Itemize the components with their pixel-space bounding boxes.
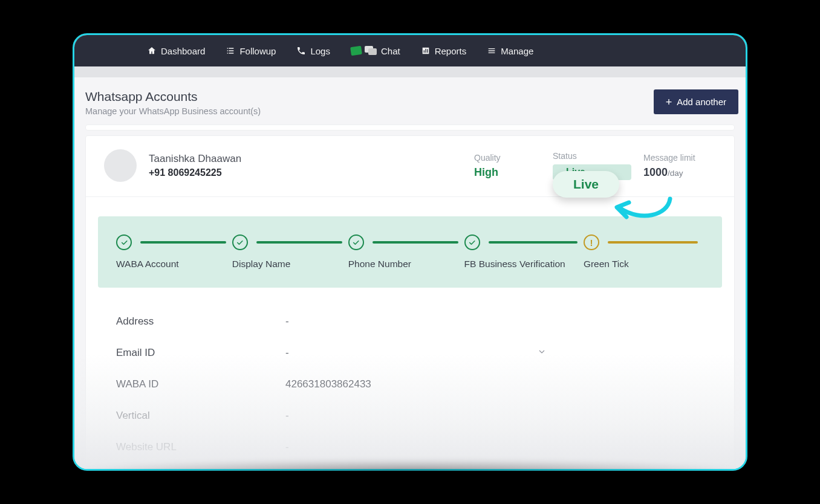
message-limit-label: Message limit: [643, 153, 710, 163]
step-display-name: Display Name: [232, 259, 348, 270]
new-badge-icon: [350, 46, 362, 56]
email-value: -: [285, 347, 289, 359]
nav-reports-label: Reports: [435, 46, 467, 56]
nav-followup-label: Followup: [239, 46, 276, 56]
detail-row-address: Address -: [116, 306, 704, 337]
email-label: Email ID: [116, 347, 285, 359]
annotation-arrow-icon: [612, 195, 678, 231]
step-connector: [140, 241, 226, 244]
waba-id-label: WABA ID: [116, 378, 285, 390]
vertical-label: Vertical: [116, 410, 285, 422]
home-icon: [147, 46, 157, 56]
account-header: Taanishka Dhaawan +91 8069245225 Quality…: [86, 136, 734, 197]
detail-row-email: Email ID -: [116, 337, 704, 369]
quality-label: Quality: [474, 153, 541, 163]
page-header: Whatsapp Accounts Manage your WhatsApp B…: [74, 77, 746, 124]
address-value: -: [285, 315, 289, 328]
status-label: Status: [553, 151, 631, 161]
chart-icon: [421, 46, 431, 56]
chevron-down-icon[interactable]: [537, 347, 547, 359]
phone-icon: [296, 46, 306, 56]
account-details: Address - Email ID - WABA ID 42663180386…: [86, 288, 734, 463]
list-icon: [226, 46, 235, 56]
check-circle-icon: [232, 234, 248, 250]
message-limit-stat: Message limit 1000/day: [643, 153, 710, 179]
status-callout: Live: [553, 171, 619, 198]
waba-id-value: 426631803862433: [285, 378, 371, 390]
website-label: Website URL: [116, 441, 285, 453]
detail-row-waba-id: WABA ID 426631803862433: [116, 369, 704, 400]
top-nav: Dashboard Followup Logs Chat Reports: [74, 35, 746, 66]
nav-chat-label: Chat: [381, 46, 400, 56]
nav-reports[interactable]: Reports: [421, 46, 467, 56]
quality-value: High: [474, 166, 541, 179]
message-limit-unit: /day: [668, 169, 683, 178]
step-connector: [373, 241, 458, 244]
address-label: Address: [116, 315, 285, 328]
quality-stat: Quality High: [474, 153, 541, 179]
account-phone: +91 8069245225: [149, 167, 241, 178]
detail-row-vertical: Vertical -: [116, 400, 704, 431]
step-phone-number: Phone Number: [348, 259, 464, 270]
nav-dashboard[interactable]: Dashboard: [147, 46, 205, 56]
step-fb-verification: FB Business Verification: [464, 259, 584, 270]
check-circle-icon: [116, 234, 132, 250]
vertical-value: -: [285, 410, 289, 422]
add-another-button[interactable]: + Add another: [654, 89, 738, 114]
card-spacer: [85, 124, 735, 131]
message-limit-value: 1000: [643, 166, 668, 178]
nav-manage[interactable]: Manage: [487, 46, 533, 56]
check-circle-icon: [464, 234, 480, 250]
app-frame: Dashboard Followup Logs Chat Reports: [73, 33, 747, 471]
detail-row-website: Website URL -: [116, 431, 704, 463]
step-waba-account: WABA Account: [116, 259, 232, 270]
add-another-label: Add another: [677, 97, 726, 107]
page-title: Whatsapp Accounts: [85, 89, 261, 104]
menu-icon: [487, 46, 496, 56]
warning-circle-icon: !: [584, 234, 599, 250]
nav-logs-label: Logs: [310, 46, 330, 56]
nav-manage-label: Manage: [501, 46, 533, 56]
step-connector: [489, 241, 578, 244]
avatar: [104, 149, 137, 182]
step-connector: [256, 241, 342, 244]
chat-icon: [365, 46, 377, 56]
account-name: Taanishka Dhaawan: [149, 153, 241, 165]
step-connector: [608, 241, 698, 244]
nav-followup[interactable]: Followup: [226, 46, 276, 56]
page-subtitle: Manage your WhatsApp Business account(s): [85, 106, 261, 116]
step-green-tick: Green Tick: [584, 259, 704, 270]
subnav-strip: [74, 66, 746, 77]
nav-chat[interactable]: Chat: [351, 46, 400, 56]
check-circle-icon: [348, 234, 364, 250]
account-card: Taanishka Dhaawan +91 8069245225 Quality…: [85, 135, 735, 471]
nav-logs[interactable]: Logs: [296, 46, 330, 56]
website-value: -: [285, 441, 289, 453]
nav-dashboard-label: Dashboard: [161, 46, 205, 56]
